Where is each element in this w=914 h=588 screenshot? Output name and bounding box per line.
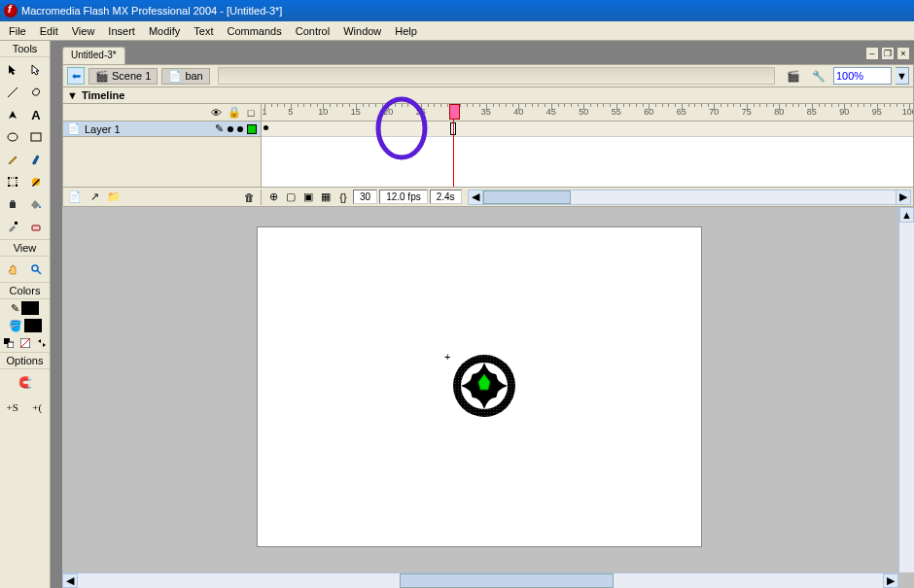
hscroll-right[interactable]: ▶ [883, 573, 898, 588]
stage-hscroll[interactable]: ◀ ▶ [62, 572, 898, 588]
eye-icon[interactable]: 👁 [210, 107, 222, 119]
doc-restore[interactable]: ❐ [881, 47, 895, 60]
edit-scene-button[interactable]: 🎬 [783, 65, 804, 86]
free-transform-tool[interactable] [2, 171, 23, 192]
subselection-tool[interactable] [25, 59, 47, 81]
paint-bucket-tool[interactable] [25, 193, 47, 215]
app-icon [4, 4, 18, 17]
current-frame: 30 [353, 190, 377, 204]
hscroll-track[interactable] [78, 573, 883, 588]
menu-file[interactable]: File [2, 23, 33, 39]
lasso-tool[interactable] [25, 82, 47, 103]
menu-window[interactable]: Window [336, 23, 388, 39]
svg-rect-3 [9, 178, 17, 186]
swap-colors[interactable] [35, 336, 48, 350]
frames-column[interactable]: 1510152025303540455055606570758085909510… [262, 104, 913, 187]
onion-markers-button[interactable]: {} [335, 190, 351, 205]
scene-icon: 🎬 [95, 70, 109, 83]
layer-lock-dot[interactable] [237, 126, 243, 132]
menu-insert[interactable]: Insert [101, 23, 142, 39]
view-title: View [0, 239, 50, 257]
eyedropper-tool[interactable] [2, 216, 23, 237]
add-guide-button[interactable]: ↗ [87, 190, 102, 205]
ink-bottle-tool[interactable] [2, 193, 23, 215]
back-button[interactable]: ⬅ [67, 67, 85, 85]
frame-track[interactable] [262, 121, 913, 137]
hscroll-thumb[interactable] [400, 573, 614, 588]
stroke-color[interactable] [21, 301, 39, 315]
menu-modify[interactable]: Modify [142, 23, 187, 39]
menu-help[interactable]: Help [388, 23, 424, 39]
menu-commands[interactable]: Commands [220, 23, 288, 39]
text-tool[interactable]: A [25, 104, 47, 125]
brush-tool[interactable] [25, 149, 47, 170]
layer-visible-dot[interactable] [228, 126, 233, 132]
svg-point-11 [39, 206, 41, 208]
frame-ruler[interactable]: 1510152025303540455055606570758085909510… [262, 104, 913, 121]
onion-skin-button[interactable]: ▢ [283, 190, 299, 205]
eraser-tool[interactable] [25, 216, 47, 237]
registration-point: + [444, 351, 450, 363]
document-tab[interactable]: Untitled-3* [62, 47, 125, 64]
fill-color[interactable] [24, 319, 42, 332]
layer-row[interactable]: 📄 Layer 1 ✎ [63, 121, 261, 137]
add-folder-button[interactable]: 📁 [106, 190, 122, 205]
layer-outline-swatch[interactable] [247, 124, 257, 134]
main-area: Untitled-3* – ❐ × ⬅ 🎬 Scene 1 📄 ban 🎬 🔧 … [51, 41, 914, 588]
no-color[interactable] [18, 336, 31, 350]
layer-buttons: 📄 ↗ 📁 🗑 [63, 190, 262, 205]
doc-minimize[interactable]: – [865, 47, 879, 60]
add-layer-button[interactable]: 📄 [67, 190, 83, 205]
scroll-track[interactable] [483, 190, 896, 205]
scroll-thumb[interactable] [483, 190, 571, 204]
delete-layer-button[interactable]: 🗑 [241, 190, 257, 205]
center-frame-button[interactable]: ⊕ [265, 190, 281, 205]
lock-icon[interactable]: 🔒 [228, 106, 239, 119]
scene-chip[interactable]: 🎬 Scene 1 [88, 68, 158, 85]
wheel-graphic[interactable] [451, 353, 517, 419]
oval-tool[interactable] [2, 126, 23, 148]
symbols-icon: 🔧 [812, 70, 826, 83]
workspace: Tools A View Colors ✎ [0, 41, 914, 588]
scroll-left-button[interactable]: ◀ [468, 190, 483, 205]
magnet-option[interactable]: 🧲 [15, 371, 36, 393]
stage-vscroll[interactable]: ▲ [898, 207, 914, 572]
pencil-icon: ✎ [11, 302, 19, 315]
svg-rect-9 [10, 202, 16, 208]
pencil-tool[interactable] [2, 149, 23, 170]
hscroll-left[interactable]: ◀ [62, 573, 78, 588]
menu-text[interactable]: Text [187, 23, 220, 39]
tools-title: Tools [0, 41, 50, 57]
keyframe-1[interactable] [264, 125, 268, 130]
layer-header: 👁 🔒 □ [63, 104, 261, 121]
symbol-chip[interactable]: 📄 ban [161, 68, 209, 85]
edit-symbol-button[interactable]: 🔧 [808, 65, 829, 86]
edit-multiple-button[interactable]: ▦ [318, 190, 334, 205]
rectangle-tool[interactable] [25, 126, 47, 148]
hand-tool[interactable] [2, 259, 23, 280]
selection-tool[interactable] [2, 59, 23, 81]
pen-tool[interactable] [2, 104, 23, 125]
straighten-option[interactable]: +( [27, 397, 49, 418]
playhead[interactable] [453, 104, 454, 187]
timeline-header[interactable]: ▼ Timeline [63, 87, 913, 104]
vscroll-up[interactable]: ▲ [899, 207, 914, 223]
zoom-dropdown[interactable]: ▼ [896, 67, 909, 85]
bucket-icon: 🪣 [9, 320, 22, 332]
zoom-input[interactable]: 100% [833, 67, 892, 85]
line-tool[interactable] [2, 82, 23, 103]
menu-view[interactable]: View [65, 23, 102, 39]
timeline-scrollbar[interactable]: ◀ ▶ [468, 190, 911, 205]
scroll-right-button[interactable]: ▶ [896, 190, 911, 205]
fill-transform-tool[interactable] [25, 171, 47, 192]
menu-control[interactable]: Control [289, 23, 336, 39]
doc-close[interactable]: × [896, 47, 910, 60]
stage-area[interactable]: + ▲ [62, 207, 914, 588]
timeline-footer: 📄 ↗ 📁 🗑 ⊕ ▢ ▣ ▦ {} 30 12.0 fps 2.4s [63, 187, 913, 206]
outline-icon[interactable]: □ [245, 107, 257, 119]
smooth-option[interactable]: +S [2, 397, 23, 418]
zoom-tool[interactable] [25, 259, 47, 280]
menu-edit[interactable]: Edit [33, 23, 65, 39]
onion-outline-button[interactable]: ▣ [300, 190, 316, 205]
default-colors[interactable] [2, 336, 15, 350]
